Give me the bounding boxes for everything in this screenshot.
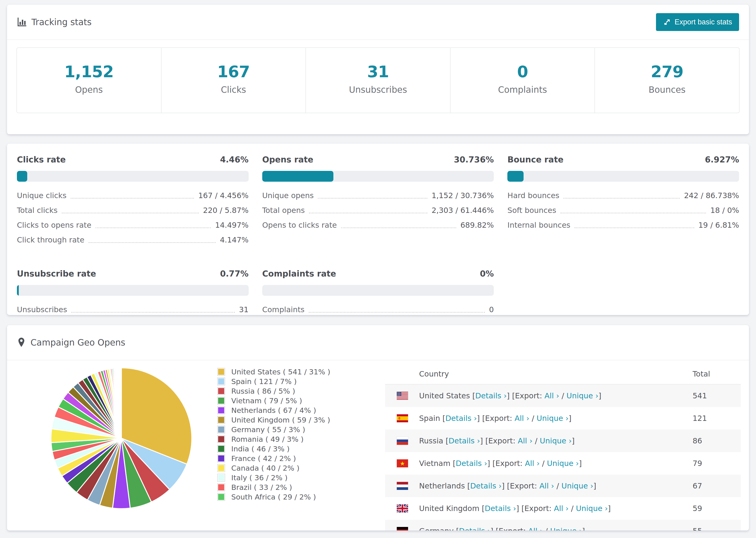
export-all-link[interactable]: All › (539, 481, 554, 490)
rate-block-unsubscribe-rate: Unsubscribe rate0.77%Unsubscribes31 (17, 269, 249, 320)
rate-stat-row: Total opens2,303 / 61.446% (262, 206, 494, 215)
country-name: Netherlands (419, 481, 467, 490)
legend-label: Canada ( 40 / 2% ) (231, 464, 299, 472)
country-cell: Vietnam [Details ›] [Export: All › / Uni… (419, 459, 693, 468)
export-unique-link[interactable]: Unique › (567, 391, 598, 400)
slash-separator: / (543, 526, 550, 530)
rate-stat-row: Complaints0 (262, 305, 494, 314)
table-row: Germany [Details ›] [Export: All › / Uni… (385, 520, 741, 530)
export-prefix: ] [Export: (477, 414, 514, 423)
rate-stat-row: Unique clicks167 / 4.456% (17, 191, 249, 200)
geo-title: Campaign Geo Opens (30, 338, 125, 348)
rate-stat-label: Soft bounces (507, 206, 556, 215)
legend-item: Brazil ( 33 / 2% ) (217, 482, 330, 492)
details-link[interactable]: Details › (456, 459, 487, 468)
geo-table-header: Country Total (385, 360, 741, 385)
total-cell: 59 (693, 504, 741, 513)
rate-stat-row: Unsubscribes31 (17, 305, 249, 314)
details-link[interactable]: Details › (475, 391, 507, 400)
export-unique-link[interactable]: Unique › (540, 436, 572, 445)
legend-item: United Kingdom ( 59 / 3% ) (217, 415, 330, 425)
country-cell: United States [Details ›] [Export: All ›… (419, 391, 693, 400)
summary-value: 279 (595, 62, 739, 81)
legend-swatch (217, 377, 225, 385)
country-cell: Netherlands [Details ›] [Export: All › /… (419, 481, 693, 490)
legend-item: Canada ( 40 / 2% ) (217, 463, 330, 473)
dotted-leader (62, 213, 199, 213)
rate-stat-value: 689.82% (460, 221, 494, 230)
rate-progress-fill (262, 171, 333, 182)
geo-opens-card: Campaign Geo Opens United States ( 541 /… (7, 325, 749, 530)
summary-label: Bounces (595, 85, 739, 95)
dotted-leader (564, 198, 680, 198)
legend-swatch (217, 416, 225, 424)
rate-stat-value: 167 / 4.456% (198, 191, 248, 200)
summary-label: Complaints (451, 85, 595, 95)
export-all-link[interactable]: All › (525, 459, 540, 468)
dotted-leader (574, 228, 694, 228)
details-link[interactable]: Details › (470, 481, 502, 490)
details-link[interactable]: Details › (445, 414, 477, 423)
export-all-link[interactable]: All › (518, 436, 532, 445)
legend-label: France ( 42 / 2% ) (231, 454, 296, 463)
export-unique-link[interactable]: Unique › (547, 459, 579, 468)
rate-value: 0.77% (220, 269, 248, 278)
legend-label: United States ( 541 / 31% ) (231, 368, 330, 376)
total-cell: 541 (693, 391, 741, 400)
geo-pie-chart[interactable] (46, 363, 197, 514)
rate-stat-value: 14.497% (215, 221, 248, 230)
country-name: Russia (419, 436, 446, 445)
export-prefix: ] [Export: (516, 504, 554, 513)
summary-cell-clicks: 167Clicks (162, 48, 306, 113)
rate-stat-label: Complaints (262, 305, 304, 314)
geo-table-body: United States [Details ›] [Export: All ›… (385, 385, 741, 530)
summary-cell-unsubscribes: 31Unsubscribes (306, 48, 451, 113)
geo-content: United States ( 541 / 31% )Spain ( 121 /… (7, 360, 749, 530)
slash-separator: / (559, 391, 567, 400)
export-basic-stats-button[interactable]: Export basic stats (656, 13, 739, 31)
legend-swatch (217, 397, 225, 405)
export-unique-link[interactable]: Unique › (537, 414, 568, 423)
bracket: [ (453, 459, 456, 468)
total-cell: 121 (693, 414, 741, 423)
us-flag-icon (397, 392, 408, 400)
legend-swatch (217, 493, 225, 501)
legend-label: Netherlands ( 67 / 4% ) (231, 406, 316, 414)
summary-value: 0 (451, 62, 595, 81)
legend-label: Russia ( 86 / 5% ) (231, 387, 295, 395)
export-icon (663, 18, 671, 26)
export-unique-link[interactable]: Unique › (576, 504, 608, 513)
rate-stat-value: 2,303 / 61.446% (432, 206, 494, 215)
rate-title: Clicks rate (17, 155, 66, 164)
export-prefix: ] [Export: (502, 481, 540, 490)
legend-label: Italy ( 36 / 2% ) (231, 473, 288, 482)
details-link[interactable]: Details › (449, 436, 480, 445)
rate-stat-label: Unsubscribes (17, 305, 67, 314)
slash-separator: / (529, 414, 536, 423)
export-all-link[interactable]: All › (554, 504, 568, 513)
bracket: ] (572, 436, 574, 445)
details-link[interactable]: Details › (485, 504, 516, 513)
export-unique-link[interactable]: Unique › (561, 481, 593, 490)
legend-item: Italy ( 36 / 2% ) (217, 473, 330, 482)
total-cell: 86 (693, 436, 741, 445)
bracket: ] (608, 504, 611, 513)
details-link[interactable]: Details › (459, 526, 490, 530)
export-all-link[interactable]: All › (514, 414, 529, 423)
legend-label: Germany ( 55 / 3% ) (231, 425, 305, 434)
rate-stat-row: Click through rate4.147% (17, 236, 249, 244)
bracket: [ (443, 414, 445, 423)
export-prefix: ] [Export: (487, 459, 525, 468)
legend-item: Germany ( 55 / 3% ) (217, 425, 330, 434)
export-unique-link[interactable]: Unique › (550, 526, 582, 530)
export-all-link[interactable]: All › (544, 391, 559, 400)
geo-table: Country Total United States [Details ›] … (385, 360, 741, 530)
total-cell: 79 (693, 459, 741, 468)
bar-chart-icon (17, 17, 27, 27)
legend-item: Vietnam ( 79 / 5% ) (217, 396, 330, 405)
legend-swatch (217, 406, 225, 414)
de-flag-icon (397, 527, 408, 530)
bracket: ] (579, 459, 581, 468)
export-all-link[interactable]: All › (528, 526, 543, 530)
dotted-leader (561, 213, 706, 213)
